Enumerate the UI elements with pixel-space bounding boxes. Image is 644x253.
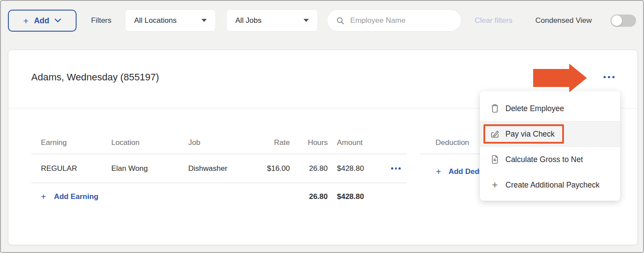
filters-label: Filters: [91, 16, 111, 25]
location-cell: Elan Wong: [111, 164, 188, 173]
total-amount: $428.80: [328, 192, 385, 201]
caret-down-icon: [201, 19, 207, 22]
ellipsis-icon: [599, 69, 618, 84]
earnings-header-row: Earning Location Job Rate Hours Amount: [31, 131, 407, 154]
rate-cell: $16.00: [252, 164, 290, 173]
condensed-view-toggle[interactable]: [611, 14, 636, 27]
employee-menu-button[interactable]: [599, 69, 618, 84]
earnings-footer-row: + Add Earning 26.80 $428.80: [31, 183, 407, 210]
earning-type-cell: REGULAR: [41, 164, 111, 173]
search-icon: [336, 16, 344, 25]
plus-icon: +: [436, 167, 441, 176]
annotation-arrow: [533, 64, 587, 92]
job-filter-select[interactable]: All Jobs: [227, 10, 318, 31]
chevron-down-icon: [55, 18, 61, 23]
menu-item-create-additional-paycheck[interactable]: + Create Additional Paycheck: [480, 172, 620, 198]
document-chart-icon: [489, 154, 501, 165]
hours-cell: 26.80: [290, 164, 328, 173]
clear-filters-button[interactable]: Clear filters: [475, 16, 512, 25]
add-earning-label: Add Earning: [54, 192, 99, 201]
employee-search-input[interactable]: [350, 16, 452, 25]
col-header-rate: Rate: [252, 138, 290, 147]
earnings-row: REGULAR Elan Wong Dishwasher $16.00 26.8…: [31, 154, 407, 183]
plus-icon: +: [489, 179, 501, 191]
add-earning-button[interactable]: + Add Earning: [41, 192, 290, 201]
job-cell: Dishwasher: [188, 164, 252, 173]
col-header-earning: Earning: [41, 138, 111, 147]
amount-cell: $428.80: [328, 164, 385, 173]
total-hours: 26.80: [290, 192, 328, 201]
col-header-amount: Amount: [328, 138, 385, 147]
add-button[interactable]: + Add: [8, 10, 77, 32]
payroll-screen: + Add Filters All Locations All Jobs Cle…: [0, 0, 644, 253]
menu-item-label: Create Additional Paycheck: [505, 181, 600, 190]
menu-item-label: Delete Employee: [505, 104, 564, 113]
caret-down-icon: [304, 19, 309, 22]
col-header-hours: Hours: [290, 138, 328, 147]
job-filter-value: All Jobs: [235, 16, 262, 25]
earning-row-menu-button[interactable]: [385, 167, 407, 170]
menu-item-delete-employee[interactable]: Delete Employee: [480, 96, 620, 121]
plus-icon: +: [23, 16, 29, 25]
annotation-highlight-box: [483, 124, 564, 144]
menu-item-label: Calculate Gross to Net: [505, 155, 583, 164]
plus-icon: +: [41, 192, 46, 201]
location-filter-value: All Locations: [134, 16, 176, 25]
add-button-label: Add: [34, 16, 49, 25]
employee-name-title: Adams, Wednesday (855197): [31, 72, 159, 83]
condensed-view-label: Condensed View: [535, 16, 592, 25]
menu-item-calculate-gross-to-net[interactable]: Calculate Gross to Net: [480, 147, 620, 172]
employee-context-menu: Delete Employee Pay via Check Calculat: [480, 91, 620, 201]
col-header-location: Location: [111, 138, 188, 147]
toggle-knob: [611, 15, 622, 26]
employee-search[interactable]: [327, 10, 461, 31]
trash-icon: [489, 103, 501, 114]
col-header-job: Job: [188, 138, 252, 147]
earnings-table: Earning Location Job Rate Hours Amount R…: [31, 131, 407, 210]
location-filter-select[interactable]: All Locations: [125, 10, 216, 31]
